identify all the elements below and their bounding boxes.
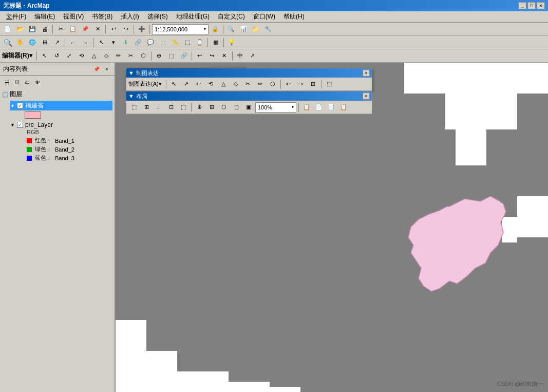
layer-fujian-item[interactable]: ▼ 福建省 xyxy=(10,101,112,110)
edit-tool2[interactable]: ⤢ xyxy=(64,50,75,62)
menu-bookmark[interactable]: 书签(B) xyxy=(88,11,117,22)
edit-tool10[interactable]: 🔗 xyxy=(178,50,190,62)
cut-button[interactable]: ✂ xyxy=(55,24,66,35)
print-button[interactable]: 🖨 xyxy=(39,24,50,35)
cartographic-menu-btn[interactable]: 制图表达(A)▾ xyxy=(128,80,162,88)
catalog-button[interactable]: 📁 xyxy=(250,24,261,35)
expand-fujian-icon[interactable]: ▼ xyxy=(10,103,15,108)
carto-btn8[interactable]: ✏ xyxy=(255,79,266,90)
toc-btn-selection[interactable]: ☑ xyxy=(12,78,22,87)
edit-tool7[interactable]: ✂ xyxy=(125,50,137,62)
carto-btn6[interactable]: ◇ xyxy=(230,79,241,90)
find-route-button[interactable]: ⋯ xyxy=(157,37,168,48)
menu-file[interactable]: 文件(F) xyxy=(2,11,30,22)
layout-btn7[interactable]: ⊞ xyxy=(206,102,217,113)
toc-icon-1[interactable]: 📌 xyxy=(92,64,101,73)
add-data-button[interactable]: ➕ xyxy=(136,24,147,35)
scale-dropdown[interactable]: 1:12,500,000 ▾ xyxy=(152,24,209,34)
snap-button[interactable]: ⊕ xyxy=(154,50,165,62)
carto-btn10[interactable]: ↩ xyxy=(283,79,294,90)
fujian-checkbox[interactable] xyxy=(17,103,23,109)
layout-btn2[interactable]: ⊞ xyxy=(141,102,152,113)
layout-btn11[interactable]: 📋 xyxy=(301,102,312,113)
find-button[interactable]: 🔍 xyxy=(225,24,237,35)
menu-edit[interactable]: 编辑(E) xyxy=(30,11,59,22)
toc-icon-close[interactable]: × xyxy=(102,64,111,73)
measure-button[interactable]: 📏 xyxy=(169,37,181,48)
zoom-dropdown[interactable]: 100% ▾ xyxy=(255,102,296,113)
edit-tool4[interactable]: △ xyxy=(88,50,100,62)
carto-btn3[interactable]: ↩ xyxy=(193,79,204,90)
layout-close-btn[interactable]: × xyxy=(363,92,370,100)
rotate-button[interactable]: ↺ xyxy=(51,50,63,62)
paste-button[interactable]: 📌 xyxy=(80,24,91,35)
copy-button[interactable]: 📋 xyxy=(67,24,79,35)
dropdown-tool[interactable]: ▾ xyxy=(108,37,119,48)
layout-btn14[interactable]: 📋 xyxy=(338,102,349,113)
menu-customize[interactable]: 自定义(C) xyxy=(214,11,249,22)
layers-button[interactable]: 📊 xyxy=(238,24,249,35)
menu-help[interactable]: 帮助(H) xyxy=(279,11,309,22)
toc-btn-list[interactable]: ☰ xyxy=(2,78,11,87)
layout-btn9[interactable]: ◻ xyxy=(231,102,242,113)
select-tool[interactable]: ↖ xyxy=(96,37,107,48)
carto-btn12[interactable]: ⊞ xyxy=(308,79,319,90)
pre-checkbox[interactable] xyxy=(17,122,23,128)
open-button[interactable]: 📂 xyxy=(14,24,26,35)
forward-button[interactable]: → xyxy=(80,37,91,48)
layout-btn12[interactable]: 📄 xyxy=(313,102,325,113)
menu-geoprocessing[interactable]: 地理处理(G) xyxy=(172,11,214,22)
expand-pre-icon[interactable]: ▼ xyxy=(10,122,15,127)
menu-insert[interactable]: 插入(I) xyxy=(117,11,143,22)
identify-button[interactable]: ℹ xyxy=(120,37,131,48)
edit-tool14[interactable]: 中 xyxy=(235,50,246,62)
layout-btn10[interactable]: ▣ xyxy=(243,102,254,113)
toc-btn-source[interactable]: 🗂 xyxy=(23,78,32,87)
cartographic-close-btn[interactable]: × xyxy=(363,69,370,77)
editor-dropdown[interactable]: 编辑器(R)▾ xyxy=(2,51,32,60)
edit-tool9[interactable]: ⬚ xyxy=(166,50,177,62)
globe-button[interactable]: 🌐 xyxy=(27,37,38,48)
carto-btn13[interactable]: ⬚ xyxy=(324,79,335,90)
layer-pre-item[interactable]: ▼ pre_Layer xyxy=(10,121,112,129)
menu-view[interactable]: 视图(V) xyxy=(59,11,88,22)
edit-tool8[interactable]: ⬡ xyxy=(138,50,149,62)
carto-btn9[interactable]: ⬡ xyxy=(267,79,278,90)
new-button[interactable]: 📄 xyxy=(2,24,13,35)
arcgis-button[interactable]: ⬚ xyxy=(182,37,193,48)
back-button[interactable]: ← xyxy=(67,37,79,48)
layout-btn3[interactable]: ⋮ xyxy=(153,102,164,113)
fujian-color-swatch[interactable] xyxy=(25,111,41,119)
layout-btn8[interactable]: ⬡ xyxy=(218,102,230,113)
layout-btn1[interactable]: ⬚ xyxy=(128,102,140,113)
save-button[interactable]: 💾 xyxy=(27,24,38,35)
hyperlink-button[interactable]: 🔗 xyxy=(133,37,144,48)
zoom-in-button[interactable]: 🔍 xyxy=(2,37,13,48)
edit-tool5[interactable]: ◇ xyxy=(101,50,112,62)
carto-btn7[interactable]: ✂ xyxy=(242,79,254,90)
carto-btn11[interactable]: ↪ xyxy=(295,79,307,90)
undo-button[interactable]: ↩ xyxy=(108,24,119,35)
layout-btn6[interactable]: ⊕ xyxy=(194,102,205,113)
edit-tool13[interactable]: ✕ xyxy=(219,50,230,62)
redo-button[interactable]: ↪ xyxy=(120,24,131,35)
minimize-button[interactable]: _ xyxy=(518,2,526,9)
menu-select[interactable]: 选择(S) xyxy=(143,11,172,22)
toc-btn-visible[interactable]: 👁 xyxy=(33,78,42,87)
full-extent-button[interactable]: ⊞ xyxy=(39,37,50,48)
edit-tool12[interactable]: ↪ xyxy=(206,50,218,62)
html-popup-button[interactable]: 💬 xyxy=(145,37,156,48)
toolbox-button[interactable]: 🔧 xyxy=(262,24,274,35)
edit-vertices-button[interactable]: ↖ xyxy=(39,50,50,62)
close-button[interactable]: × xyxy=(537,2,545,9)
pan-button[interactable]: ✋ xyxy=(14,37,26,48)
edit-tool11[interactable]: ↩ xyxy=(194,50,205,62)
maximize-button[interactable]: □ xyxy=(527,2,536,9)
layout-btn4[interactable]: ⊡ xyxy=(165,102,177,113)
carto-btn1[interactable]: ↖ xyxy=(168,79,180,90)
map-tips-button[interactable]: 💡 xyxy=(226,37,237,48)
map-area[interactable]: ▼ 制图表达 × 制图表达(A)▾ ↖ ↗ ↩ ⟲ △ ◇ ✂ ✏ ⬡ ↩ ↪ … xyxy=(116,63,548,392)
window-controls[interactable]: _ □ × xyxy=(518,2,545,9)
carto-btn2[interactable]: ↗ xyxy=(181,79,192,90)
edit-tool15[interactable]: ↗ xyxy=(247,50,258,62)
